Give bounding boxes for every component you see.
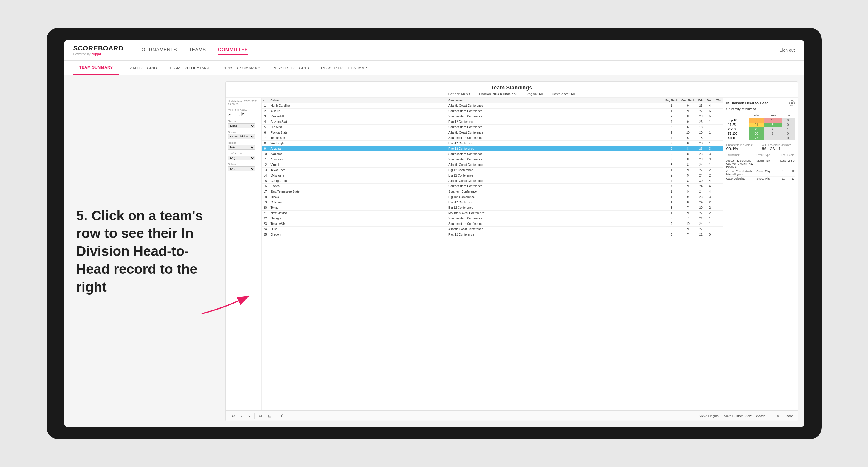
card-title: Team Standings	[230, 85, 793, 91]
rounds-slider[interactable]	[228, 117, 252, 118]
table-row[interactable]: 21 New Mexico Mountain West Conference 1…	[261, 211, 723, 216]
table-row[interactable]: 1 North Carolina Atlantic Coast Conferen…	[261, 103, 723, 108]
card-meta: Gender: Men's Division: NCAA Division I …	[230, 92, 793, 96]
filter-school: School (All)	[228, 163, 259, 171]
filter-conference-select[interactable]: (All)	[228, 156, 255, 160]
toolbar-paste-btn[interactable]: ⊞	[267, 413, 273, 419]
table-row[interactable]: 12 Virginia Atlantic Coast Conference 3 …	[261, 162, 723, 167]
col-reg-rank: Reg Rank	[663, 97, 680, 103]
list-item[interactable]: Cabo Collegiate Stroke Play 11 17	[726, 177, 795, 181]
table-row[interactable]: 4 Arizona State Pac-12 Conference 4 9 26…	[261, 119, 723, 125]
toolbar-copy-btn[interactable]: ⧉	[258, 413, 264, 419]
top-nav: SCOREBOARD Powered by clippd TOURNAMENTS…	[64, 40, 804, 61]
h2h-opponents-stat: Opponents in division: 99.1%	[726, 144, 759, 151]
filter-region-select[interactable]: N/A	[228, 145, 255, 150]
toolbar-right: View: Original Save Custom View Watch ⊞ …	[699, 414, 793, 418]
settings-btn[interactable]: ⚙	[777, 414, 780, 418]
table-row[interactable]: 51-100 20 3 0	[726, 131, 795, 136]
annotation-arrow	[196, 284, 255, 320]
col-rds: Rds	[696, 97, 705, 103]
table-row[interactable]: 24 Duke Atlantic Coast Conference 5 9 27…	[261, 227, 723, 232]
subnav-player-summary[interactable]: PLAYER SUMMARY	[216, 60, 266, 75]
filter-gender: Gender Men's	[228, 120, 259, 128]
nav-tournaments[interactable]: TOURNAMENTS	[138, 45, 177, 55]
col-conf-rank: Conf Rank	[680, 97, 696, 103]
table-row[interactable]: 16 Florida Southeastern Conference 7 9 2…	[261, 184, 723, 189]
col-rank: #	[261, 97, 269, 103]
toolbar-sep-1	[254, 413, 255, 419]
table-row[interactable]: 5 Ole Miss Southeastern Conference 3 6 1…	[261, 125, 723, 130]
sub-nav: TEAM SUMMARY TEAM H2H GRID TEAM H2H HEAT…	[64, 61, 804, 75]
h2h-tournaments: Tournament Event Type Pos Score Jackson …	[726, 154, 795, 181]
table-row[interactable]: Top 10 3 13 0	[726, 118, 795, 123]
h2h-col-tie: Tie	[781, 113, 795, 118]
list-item[interactable]: Jackson T. Stephens Cup Men's Match-Play…	[726, 159, 795, 169]
logo-brand: clippd	[92, 52, 101, 56]
dashboard-card: Team Standings Gender: Men's Division: N…	[225, 82, 798, 422]
table-row[interactable]: 25 Oregon Pac-12 Conference 5 7 21 0	[261, 232, 723, 238]
table-row[interactable]: 20 Texas Big 12 Conference 3 7 20 2	[261, 205, 723, 211]
filter-min-rounds-input[interactable]	[228, 112, 240, 116]
table-row[interactable]: 11-25 11 8 0	[726, 123, 795, 127]
h2h-panel: In Division Head-to-Head ✕ University of…	[723, 97, 798, 410]
table-row[interactable]: 26-50 25 2 1	[726, 127, 795, 131]
filter-division: Division NCAA Division I	[228, 131, 259, 139]
table-row[interactable]: 17 East Tennessee State Southern Confere…	[261, 189, 723, 194]
col-tour: Tour	[705, 97, 714, 103]
h2h-table: Win Loss Tie Top 10 3 13	[726, 113, 795, 141]
table-row[interactable]: 8 Washington Pac-12 Conference 2 8 23 1	[261, 141, 723, 146]
table-row[interactable]: 22 Georgia Southeastern Conference 8 7 2…	[261, 216, 723, 221]
table-row[interactable]: 9 Arizona Pac-12 Conference 9 8 23 3	[261, 146, 723, 152]
watch-btn[interactable]: Watch	[756, 414, 765, 418]
logo-subtitle: Powered by clippd	[73, 52, 124, 56]
table-row[interactable]: 7 Tennessee Southeastern Conference 4 6 …	[261, 135, 723, 141]
grid-btn[interactable]: ⊞	[770, 414, 772, 418]
h2h-team-name: University of Arizona	[726, 107, 795, 111]
table-row[interactable]: 19 California Pac-12 Conference 4 8 24 2	[261, 200, 723, 205]
table-row[interactable]: 15 Georgia Tech Atlantic Coast Conferenc…	[261, 178, 723, 184]
subnav-player-h2h-grid[interactable]: PLAYER H2H GRID	[266, 60, 315, 75]
save-custom-btn[interactable]: Save Custom View	[724, 414, 752, 418]
sign-out-link[interactable]: Sign out	[779, 48, 795, 53]
toolbar-clock-btn[interactable]: ⏱	[279, 413, 286, 419]
table-row[interactable]: 23 Texas A&M Southeastern Conference 9 1…	[261, 221, 723, 227]
table-row[interactable]: 2 Auburn Southeastern Conference 1 9 27 …	[261, 108, 723, 114]
col-conference: Conference	[447, 97, 663, 103]
table-row[interactable]: 14 Oklahoma Big 12 Conference 2 9 24 2	[261, 173, 723, 178]
table-row[interactable]: 13 Texas Tech Big 12 Conference 1 9 27 2	[261, 167, 723, 173]
logo-area: SCOREBOARD Powered by clippd	[73, 44, 124, 56]
table-area: # School Conference Reg Rank Conf Rank R…	[261, 97, 723, 410]
filter-division-select[interactable]: NCAA Division I	[228, 134, 255, 139]
view-original-btn[interactable]: View: Original	[699, 414, 719, 418]
h2h-col-win: Win	[749, 113, 764, 118]
filter-min-rounds: Minimum Rou...	[228, 108, 259, 118]
share-btn[interactable]: Share	[784, 414, 793, 418]
subnav-team-h2h-heatmap[interactable]: TEAM H2H HEATMAP	[163, 60, 216, 75]
subnav-player-h2h-heatmap[interactable]: PLAYER H2H HEATMAP	[315, 60, 373, 75]
table-row[interactable]: 3 Vanderbilt Southeastern Conference 2 8…	[261, 114, 723, 119]
subnav-team-summary[interactable]: TEAM SUMMARY	[73, 60, 119, 75]
table-row[interactable]: 6 Florida State Atlantic Coast Conferenc…	[261, 130, 723, 135]
toolbar-back-btn[interactable]: ‹	[240, 413, 244, 419]
table-row[interactable]: 18 Illinois Big Ten Conference 1 9 23 3	[261, 194, 723, 200]
table-row[interactable]: >100 27 0 0	[726, 136, 795, 141]
card-header: Team Standings Gender: Men's Division: N…	[226, 82, 798, 97]
table-row[interactable]: 11 Arkansas Southeastern Conference 6 8 …	[261, 157, 723, 162]
filter-gender-select[interactable]: Men's	[228, 123, 255, 128]
filter-max-rounds-input[interactable]	[241, 112, 253, 116]
filter-school-select[interactable]: (All)	[228, 166, 255, 171]
h2h-stats: Opponents in division: 99.1% W-L-T recor…	[726, 144, 795, 151]
list-item[interactable]: Arizona Thunderbirds Intercollegiate Str…	[726, 169, 795, 177]
h2h-close-button[interactable]: ✕	[789, 100, 795, 106]
update-time: Update time: 27/03/2024 16:56:26	[228, 100, 259, 106]
toolbar-sep-2	[276, 413, 276, 419]
nav-committee[interactable]: COMMITTEE	[218, 45, 248, 55]
table-row[interactable]: 10 Alabama Southeastern Conference 5 8 2…	[261, 152, 723, 157]
standings-table: # School Conference Reg Rank Conf Rank R…	[261, 97, 723, 238]
filter-region: Region N/A	[228, 142, 259, 150]
toolbar-undo-btn[interactable]: ↩	[230, 413, 237, 419]
subnav-team-h2h-grid[interactable]: TEAM H2H GRID	[119, 60, 163, 75]
col-school: School	[269, 97, 447, 103]
toolbar-forward-btn[interactable]: ›	[247, 413, 251, 419]
nav-teams[interactable]: TEAMS	[189, 45, 206, 55]
